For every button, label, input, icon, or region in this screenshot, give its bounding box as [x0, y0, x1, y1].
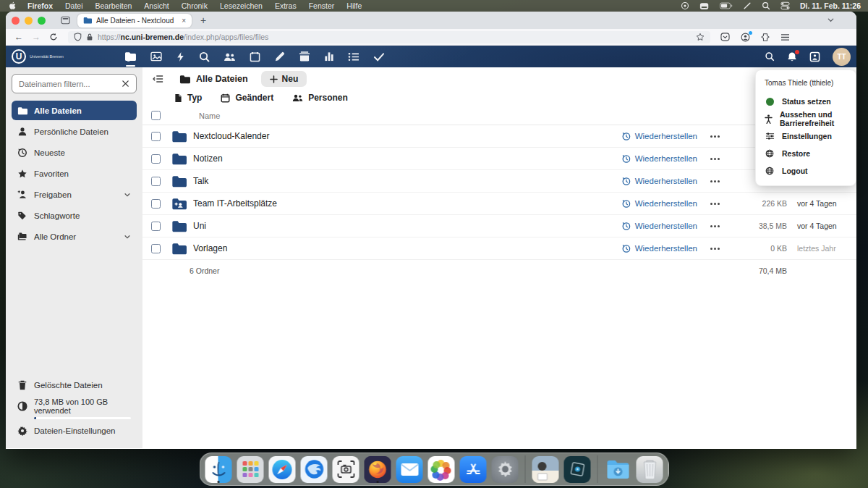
browser-tab[interactable]: Alle Dateien - Nextcloud × [77, 14, 192, 28]
files-app-icon[interactable] [124, 46, 137, 67]
chevron-down-icon[interactable] [124, 233, 131, 240]
photos-app-icon[interactable] [150, 46, 162, 67]
file-name[interactable]: Vorlagen [193, 243, 621, 253]
pocket-icon[interactable] [720, 33, 730, 41]
actions-menu-button[interactable] [699, 158, 731, 160]
file-name[interactable]: Uni [193, 221, 621, 231]
tracking-shield-icon[interactable] [74, 33, 82, 41]
menu-bearbeiten[interactable]: Bearbeiten [95, 1, 132, 10]
deck-app-icon[interactable] [299, 46, 310, 67]
uni-bremen-logo[interactable]: U Universität Bremen [12, 49, 106, 64]
back-button[interactable]: ← [12, 32, 26, 42]
control-center-icon[interactable] [780, 1, 790, 10]
tasks-list-app-icon[interactable] [348, 46, 359, 67]
photos-dock-icon[interactable] [428, 456, 455, 483]
row-checkbox[interactable] [151, 132, 161, 141]
actions-menu-button[interactable] [699, 180, 731, 182]
thunderbird-dock-icon[interactable] [301, 456, 328, 483]
file-row[interactable]: Nextcloud-Kalender Wiederherstellen [142, 125, 856, 148]
name-column-header[interactable]: Name [199, 112, 220, 120]
file-name[interactable]: Notizen [193, 153, 621, 164]
sidebar-item-freigaben[interactable]: Freigaben [12, 185, 137, 204]
contacts-app-icon[interactable] [224, 46, 236, 67]
sidebar-item-dateien-einstellungen[interactable]: Dateien-Einstellungen [12, 421, 137, 440]
file-row[interactable]: Vorlagen Wiederherstellen 0 KB letztes J… [142, 237, 856, 260]
firefox-account-icon[interactable] [741, 33, 750, 42]
firefox-view-icon[interactable] [61, 16, 70, 25]
unified-search-icon[interactable] [765, 51, 775, 62]
minimize-window-button[interactable] [25, 17, 33, 25]
restore-button[interactable]: Wiederherstellen [621, 154, 697, 164]
finder-dock-icon[interactable] [205, 456, 232, 483]
calendar-app-icon[interactable] [250, 46, 260, 67]
chevron-down-icon[interactable] [124, 191, 131, 198]
swirl-icon[interactable] [681, 1, 689, 10]
sidebar-item-alle-ordner[interactable]: Alle Ordner [12, 227, 137, 246]
mail-dock-icon[interactable] [396, 456, 423, 483]
tab-list-chevron-icon[interactable] [827, 16, 835, 24]
trash-dock-icon[interactable] [637, 456, 663, 483]
sidebar-item-favoriten[interactable]: Favoriten [12, 164, 137, 183]
hamburger-menu-icon[interactable] [780, 33, 790, 41]
breadcrumb[interactable]: Alle Dateien [179, 74, 248, 84]
file-row[interactable]: Notizen Wiederherstellen [142, 148, 856, 170]
menubar-clock[interactable]: Di. 11. Feb. 11:26 [800, 1, 861, 10]
polls-app-icon[interactable] [324, 46, 334, 67]
filter-typ[interactable]: Typ [174, 93, 202, 103]
row-checkbox[interactable] [151, 154, 161, 164]
firefox-dock-icon[interactable] [365, 456, 391, 483]
slash-icon[interactable] [743, 1, 752, 10]
screenshot-dock-icon[interactable] [333, 456, 359, 483]
lock-icon[interactable] [86, 33, 93, 41]
file-name[interactable]: Nextcloud-Kalender [193, 131, 621, 141]
collapse-sidebar-icon[interactable] [153, 75, 163, 83]
battery-icon[interactable] [720, 2, 733, 9]
menu-item-aussehen-barrierefreiheit[interactable]: Aussehen und Barrierefreiheit [756, 110, 856, 127]
filename-filter-input[interactable] [19, 80, 122, 88]
notifications-bell-icon[interactable] [787, 51, 797, 62]
restore-button[interactable]: Wiederherstellen [621, 244, 697, 253]
check-app-icon[interactable] [373, 46, 385, 67]
extensions-icon[interactable] [761, 33, 770, 42]
menu-chronik[interactable]: Chronik [182, 1, 208, 10]
actions-menu-button[interactable] [699, 248, 731, 250]
filter-personen[interactable]: Personen [292, 93, 348, 103]
restore-button[interactable]: Wiederherstellen [621, 177, 697, 186]
contacts-menu-icon[interactable] [809, 51, 820, 62]
filter-geaendert[interactable]: Geändert [221, 93, 273, 103]
actions-menu-button[interactable] [699, 225, 731, 227]
notes-app-icon[interactable] [274, 46, 285, 67]
row-checkbox[interactable] [151, 244, 161, 253]
menu-item-logout[interactable]: Logout [756, 162, 856, 180]
apple-menu-icon[interactable] [9, 1, 16, 10]
new-button[interactable]: Neu [261, 71, 307, 87]
menu-item-einstellungen[interactable]: Einstellungen [756, 127, 856, 145]
pill-icon[interactable] [699, 2, 710, 10]
sidebar-item-geloeschte-dateien[interactable]: Gelöschte Dateien [12, 375, 137, 395]
restore-button[interactable]: Wiederherstellen [621, 199, 697, 209]
menu-item-restore[interactable]: Restore [756, 145, 856, 162]
menu-lesezeichen[interactable]: Lesezeichen [220, 1, 263, 10]
spotlight-icon[interactable] [762, 1, 770, 10]
file-row[interactable]: Team IT-Arbeitsplätze Wiederherstellen 2… [142, 193, 856, 215]
minimized-window-dock-icon[interactable] [532, 456, 559, 483]
file-name[interactable]: Talk [193, 176, 621, 186]
sidebar-item-persoenliche-dateien[interactable]: Persönliche Dateien [12, 122, 137, 141]
search-app-icon[interactable] [199, 46, 210, 67]
menu-fenster[interactable]: Fenster [309, 1, 335, 10]
activity-app-icon[interactable] [176, 46, 185, 67]
system-settings-dock-icon[interactable] [492, 456, 519, 483]
menu-datei[interactable]: Datei [65, 1, 83, 10]
downloads-folder-dock-icon[interactable] [605, 456, 631, 483]
menu-hilfe[interactable]: Hilfe [346, 1, 362, 10]
photo-editor-dock-icon[interactable] [564, 456, 591, 483]
filename-filter-box[interactable] [12, 74, 137, 93]
safari-dock-icon[interactable] [269, 456, 296, 483]
file-row[interactable]: Uni Wiederherstellen 38,5 MB vor 4 Tagen [142, 215, 856, 237]
reload-button[interactable] [46, 33, 61, 41]
bookmark-star-icon[interactable] [696, 33, 705, 41]
menu-item-status-setzen[interactable]: Status setzen [756, 93, 856, 110]
row-checkbox[interactable] [151, 222, 161, 231]
close-window-button[interactable] [12, 17, 20, 25]
restore-button[interactable]: Wiederherstellen [621, 132, 697, 141]
